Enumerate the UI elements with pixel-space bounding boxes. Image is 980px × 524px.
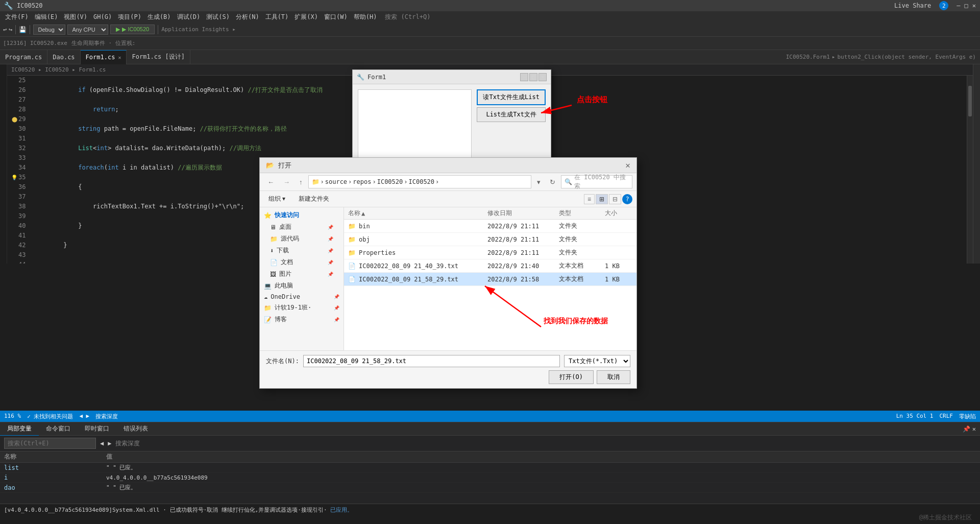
tab-errors[interactable]: 错误列表 bbox=[116, 422, 155, 435]
col-type[interactable]: 类型 bbox=[555, 207, 601, 219]
menu-search[interactable]: 搜索 (Ctrl+Q) bbox=[380, 12, 435, 22]
help-btn[interactable]: ? bbox=[622, 194, 632, 204]
status-issues[interactable]: ✓ 未找到相关问题 bbox=[27, 413, 73, 420]
form1-maximize[interactable]: □ bbox=[529, 73, 537, 81]
tab-form1cs[interactable]: Form1.cs ✕ bbox=[81, 50, 127, 64]
tab-program[interactable]: Program.cs bbox=[0, 50, 47, 64]
menu-view[interactable]: 视图(V) bbox=[61, 12, 90, 22]
form1-btn1[interactable]: 读Txt文件生成List bbox=[477, 89, 546, 105]
filename-label: 文件名(N): bbox=[266, 357, 299, 366]
view-tiles-btn[interactable]: ⊟ bbox=[609, 194, 621, 204]
menu-debug[interactable]: 调试(D) bbox=[174, 12, 204, 22]
menu-test[interactable]: 测试(S) bbox=[203, 12, 233, 22]
live-share-label[interactable]: Live Share bbox=[894, 2, 931, 9]
new-folder-btn[interactable]: 新建文件夹 bbox=[294, 193, 334, 205]
nav-dropdown-btn[interactable]: ▾ bbox=[533, 177, 544, 187]
menu-build[interactable]: 生成(B) bbox=[144, 12, 174, 22]
col-type-label: 类型 bbox=[559, 209, 571, 217]
open-btn[interactable]: 打开(O) bbox=[549, 370, 594, 384]
dialog-search-box[interactable]: 🔍 在 IC00520 中搜索 bbox=[561, 175, 632, 188]
menu-file[interactable]: 文件(F) bbox=[2, 12, 32, 22]
cancel-btn[interactable]: 取消 bbox=[597, 370, 630, 384]
filename-input[interactable] bbox=[303, 355, 560, 367]
sidebar-item-onedrive[interactable]: ☁ OneDrive 📌 bbox=[260, 292, 344, 302]
form1-window-controls[interactable]: — □ ✕ bbox=[520, 73, 547, 81]
menu-window[interactable]: 窗口(W) bbox=[321, 12, 351, 22]
code-scrollbar[interactable] bbox=[967, 76, 973, 264]
nav-refresh-btn[interactable]: ↻ bbox=[546, 177, 559, 187]
menu-edit[interactable]: 编辑(E) bbox=[32, 12, 61, 22]
minimize-btn[interactable]: — bbox=[957, 2, 960, 9]
organize-btn[interactable]: 组织 ▾ bbox=[264, 193, 290, 205]
tab-dao[interactable]: Dao.cs bbox=[47, 50, 80, 64]
tab-command[interactable]: 命令窗口 bbox=[39, 422, 78, 435]
run-button[interactable]: ▶ ▶ IC00520 bbox=[110, 25, 155, 34]
sidebar-item-thispc[interactable]: 💻 此电脑 bbox=[260, 280, 344, 292]
nav-up-btn[interactable]: ↑ bbox=[296, 177, 306, 187]
tab-locals[interactable]: 局部变量 bbox=[0, 422, 39, 436]
cpu-select[interactable]: Any CPU bbox=[67, 25, 108, 35]
breadcrumb-ic00520-1[interactable]: IC00520 bbox=[377, 178, 403, 185]
tab-form1cs-close[interactable]: ✕ bbox=[118, 55, 121, 60]
nav-back-btn[interactable]: ← bbox=[264, 177, 278, 187]
sidebar-item-documents[interactable]: 📄 文档 📌 bbox=[260, 256, 344, 268]
sidebar-item-desktop[interactable]: 🖥 桌面 📌 bbox=[260, 221, 344, 233]
col-date[interactable]: 修改日期 bbox=[483, 207, 555, 219]
bottom-pin-btn[interactable]: 📌 bbox=[963, 425, 970, 433]
form1-title: 🔧 Form1 bbox=[357, 74, 386, 81]
breadcrumb-ic00520-2[interactable]: IC00520 bbox=[409, 178, 435, 185]
status-search[interactable]: 搜索深度 bbox=[95, 413, 118, 420]
menu-help[interactable]: 帮助(H) bbox=[351, 12, 380, 22]
toolbar-save[interactable]: 💾 bbox=[19, 26, 27, 33]
form1-minimize[interactable]: — bbox=[520, 73, 528, 81]
tab-form1design[interactable]: Form1.cs [设计] bbox=[127, 50, 190, 64]
dialog-close-btn[interactable]: ✕ bbox=[625, 160, 630, 170]
breadcrumb-icon: 📁 bbox=[312, 178, 320, 185]
toolbar-undo[interactable]: ↩ bbox=[3, 26, 7, 33]
file-row-bin[interactable]: 📁 bin 2022/8/9 21:11 文件夹 bbox=[344, 220, 636, 233]
sidebar-item-sourcecode[interactable]: 📁 源代码 📌 bbox=[260, 233, 344, 245]
menu-extensions[interactable]: 扩展(X) bbox=[291, 12, 321, 22]
toolbar-redo[interactable]: ↪ bbox=[9, 26, 12, 33]
close-btn[interactable]: ✕ bbox=[972, 2, 976, 9]
window-controls[interactable]: — □ ✕ bbox=[957, 2, 976, 9]
sidebar-item-blog[interactable]: 📝 博客 📌 bbox=[260, 314, 344, 325]
view-list-btn[interactable]: ≡ bbox=[584, 194, 595, 204]
menu-analyze[interactable]: 分析(N) bbox=[233, 12, 262, 22]
breadcrumb-source[interactable]: source bbox=[325, 178, 347, 185]
tab-immediate[interactable]: 即时窗口 bbox=[78, 422, 116, 435]
locals-nav-back[interactable]: ◀ bbox=[100, 440, 104, 447]
file-row-obj[interactable]: 📁 obj 2022/8/9 21:11 文件夹 bbox=[344, 233, 636, 246]
sidebar-item-downloads[interactable]: ⬇ 下载 📌 bbox=[260, 245, 344, 256]
file-row-properties[interactable]: 📁 Properties 2022/8/9 21:11 文件夹 bbox=[344, 246, 636, 259]
debug-config-select[interactable]: Debug bbox=[33, 25, 65, 35]
breadcrumb-bar[interactable]: 📁 › source › repos › IC00520 › IC00520 › bbox=[308, 175, 532, 188]
menu-gh[interactable]: GH(G) bbox=[90, 12, 115, 21]
filetype-select[interactable]: Txt文件(*.Txt) bbox=[564, 355, 630, 367]
locals-search-input[interactable] bbox=[4, 438, 96, 449]
code-scroll-thumb[interactable] bbox=[968, 86, 972, 116]
sidebar-item-pictures[interactable]: 🖼 图片 📌 bbox=[260, 268, 344, 280]
sidebar-item-class[interactable]: 📁 计软19-1班· 📌 bbox=[260, 302, 344, 314]
status-zoom[interactable]: 116 % bbox=[4, 413, 21, 420]
breadcrumb-repos[interactable]: repos bbox=[353, 178, 371, 185]
bottom-close-btn[interactable]: ✕ bbox=[972, 425, 976, 433]
col-name[interactable]: 名称 ▲ bbox=[344, 207, 483, 219]
col-size[interactable]: 大小 bbox=[601, 207, 636, 219]
maximize-btn[interactable]: □ bbox=[965, 2, 968, 9]
documents-pin: 📌 bbox=[328, 260, 333, 265]
status-charset: 零缺陷 bbox=[959, 413, 976, 420]
status-nav-arrows[interactable]: ◀ ▶ bbox=[79, 413, 89, 420]
view-details-btn[interactable]: ⊞ bbox=[596, 194, 608, 204]
file-row-txt2[interactable]: 📄 IC002022_08_09 21_58_29.txt 2022/8/9 2… bbox=[344, 273, 636, 286]
menu-project[interactable]: 项目(P) bbox=[115, 12, 144, 22]
sidebar-item-quickaccess[interactable]: ⭐ 快速访问 bbox=[260, 209, 344, 221]
toolbar-sep3 bbox=[158, 25, 158, 34]
nav-forward-btn[interactable]: → bbox=[280, 177, 293, 187]
locals-nav-fwd[interactable]: ▶ bbox=[108, 440, 111, 447]
pictures-pin: 📌 bbox=[328, 272, 333, 277]
file-row-txt1[interactable]: 📄 IC002022_08_09 21_40_39.txt 2022/8/9 2… bbox=[344, 259, 636, 273]
menu-tools[interactable]: 工具(T) bbox=[262, 12, 292, 22]
form1-close[interactable]: ✕ bbox=[538, 73, 547, 81]
form1-btn2[interactable]: List生成Txt文件 bbox=[477, 107, 546, 122]
